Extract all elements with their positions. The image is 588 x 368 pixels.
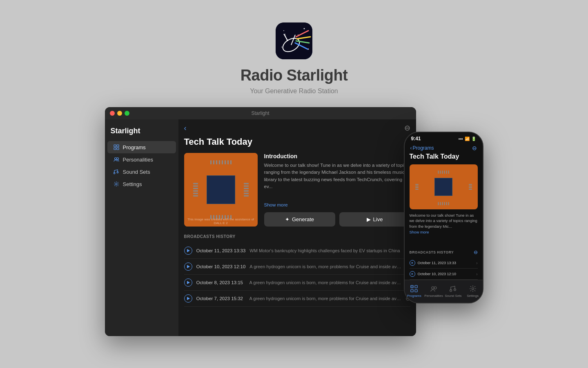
sound-sets-icon <box>113 168 120 175</box>
list-item[interactable]: October 11, 2023 13:33 › <box>410 258 478 269</box>
broadcast-desc-0: WM Motor's bankruptcy highlights challen… <box>249 248 401 253</box>
iphone-mockup: 9:41 ▪▪▪ 📶 🔋 ‹ Programs ⊖ Tech Talk Toda… <box>404 132 483 303</box>
iphone-tab-settings-label: Settings <box>467 294 479 298</box>
back-button[interactable]: ‹ <box>184 124 187 132</box>
broadcast-date-0: October 11, 2023 13:33 <box>196 248 246 253</box>
mac-minimize-button[interactable] <box>117 111 122 116</box>
svg-rect-12 <box>114 145 116 147</box>
play-icon-3[interactable] <box>184 294 192 303</box>
table-row[interactable]: October 8, 2023 13:15 A green hydrogen u… <box>184 275 410 291</box>
sidebar-sound-sets-label: Sound Sets <box>123 169 150 175</box>
app-icon <box>276 22 312 59</box>
play-icon-2[interactable] <box>184 278 192 287</box>
sidebar-item-personalities[interactable]: Personalities <box>107 153 176 166</box>
program-card: This image was created with the assistan… <box>184 153 410 227</box>
generate-button[interactable]: ✦ Generate <box>264 212 335 227</box>
play-icon-0[interactable] <box>184 247 192 255</box>
iphone-nav: ‹ Programs ⊖ <box>405 143 483 153</box>
iphone-play-icon-1[interactable] <box>410 271 415 277</box>
svg-point-26 <box>434 287 437 289</box>
sidebar-settings-label: Settings <box>123 181 142 187</box>
table-row[interactable]: October 7, 2023 15:32 A green hydrogen u… <box>184 291 410 307</box>
wifi-icon: 📶 <box>465 137 470 141</box>
broadcast-desc-1: A green hydrogen unicorn is born, more p… <box>249 264 401 269</box>
mac-main-header: ‹ ⊖ <box>178 119 416 137</box>
back-chevron-icon: ‹ <box>410 145 412 151</box>
more-options-button[interactable]: ⊖ <box>404 123 410 132</box>
intro-text: Welcome to our talk show! Tune in as we … <box>264 162 410 201</box>
svg-point-2 <box>304 28 305 29</box>
iphone-back-button[interactable]: ‹ Programs <box>410 145 434 151</box>
live-icon: ▶ <box>367 216 371 222</box>
battery-icon: 🔋 <box>471 137 476 141</box>
iphone-tab-sound-sets-label: Sound Sets <box>445 294 461 298</box>
iphone-tab-personalities-label: Personalities <box>424 294 443 298</box>
broadcasts-header: BROADCASTS HISTORY ⊖ <box>184 233 410 240</box>
sidebar-item-programs[interactable]: Programs <box>107 141 176 153</box>
generate-icon: ✦ <box>285 216 290 222</box>
iphone-sound-sets-icon <box>449 284 458 293</box>
iphone-program-title: Tech Talk Today <box>410 153 478 160</box>
iphone-status-bar: 9:41 ▪▪▪ 📶 🔋 <box>405 132 483 143</box>
iphone-broadcast-date-1: October 10, 2023 12:10 <box>418 272 457 276</box>
iphone-personalities-icon <box>429 284 438 293</box>
svg-point-17 <box>116 158 118 160</box>
svg-point-18 <box>114 173 115 174</box>
settings-icon <box>113 181 120 187</box>
table-row[interactable]: October 11, 2023 13:33 WM Motor's bankru… <box>184 243 410 259</box>
broadcast-desc-3: A green hydrogen unicorn is born, more p… <box>249 296 401 301</box>
svg-point-25 <box>432 287 434 289</box>
mac-maximize-button[interactable] <box>125 111 129 116</box>
iphone-play-icon-0[interactable] <box>410 260 415 266</box>
broadcast-date-2: October 8, 2023 13:15 <box>196 280 245 285</box>
broadcast-desc-2: A green hydrogen unicorn is born, more p… <box>249 280 401 285</box>
iphone-tab-personalities[interactable]: Personalities <box>424 284 443 298</box>
svg-point-29 <box>472 288 474 290</box>
live-button[interactable]: ▶ Live <box>339 212 410 227</box>
screenshots-container: Starlight Starlight Programs <box>105 107 483 336</box>
iphone-show-more[interactable]: Show more <box>410 230 478 234</box>
iphone-broadcasts-more[interactable]: ⊖ <box>474 249 478 255</box>
svg-rect-22 <box>411 289 413 292</box>
signal-icon: ▪▪▪ <box>459 137 463 141</box>
iphone-more-button[interactable]: ⊖ <box>472 145 477 151</box>
svg-rect-24 <box>415 289 417 292</box>
sidebar-app-name: Starlight <box>105 124 178 141</box>
svg-rect-21 <box>411 285 413 288</box>
program-title: Tech Talk Today <box>184 137 410 147</box>
table-row[interactable]: October 10, 2023 12:10 A green hydrogen … <box>184 259 410 275</box>
action-buttons: ✦ Generate ▶ Live <box>264 212 410 227</box>
play-icon-1[interactable] <box>184 263 192 271</box>
broadcast-date-1: October 10, 2023 12:10 <box>196 264 246 269</box>
iphone-tab-settings[interactable]: Settings <box>463 284 483 298</box>
broadcasts-list: October 11, 2023 13:33 WM Motor's bankru… <box>184 243 410 307</box>
iphone-broadcasts-section: BROADCASTS HISTORY ⊖ October 11, 2023 13… <box>405 247 483 280</box>
svg-rect-15 <box>117 148 119 150</box>
svg-point-16 <box>114 158 116 160</box>
mac-main-panel: ‹ ⊖ Tech Talk Today <box>178 119 416 336</box>
iphone-settings-icon <box>468 284 477 293</box>
mac-close-button[interactable] <box>110 111 115 116</box>
broadcast-date-3: October 7, 2023 15:32 <box>196 296 245 301</box>
sidebar-personalities-label: Personalities <box>123 157 153 163</box>
svg-point-20 <box>116 183 117 185</box>
sidebar-programs-label: Programs <box>123 144 146 150</box>
iphone-tab-programs[interactable]: Programs <box>405 284 424 298</box>
svg-point-19 <box>117 172 118 173</box>
show-more-link[interactable]: Show more <box>264 202 410 207</box>
image-credit: This image was created with the assistan… <box>184 218 258 225</box>
iphone-tab-sound-sets[interactable]: Sound Sets <box>443 284 463 298</box>
app-title: Radio Starlight <box>241 67 348 84</box>
list-item[interactable]: October 10, 2023 12:10 › <box>410 269 478 280</box>
sidebar-item-sound-sets[interactable]: Sound Sets <box>107 166 176 178</box>
sidebar-item-settings[interactable]: Settings <box>107 178 176 190</box>
program-image: This image was created with the assistan… <box>184 153 258 227</box>
program-info: Introduction Welcome to our talk show! T… <box>264 153 410 227</box>
iphone-broadcast-date-0: October 11, 2023 13:33 <box>418 261 457 265</box>
iphone-status-icons: ▪▪▪ 📶 🔋 <box>459 137 476 141</box>
mac-content: Starlight Programs <box>105 119 416 336</box>
iphone-broadcast-chevron-0: › <box>476 261 477 265</box>
iphone-broadcasts-header: BROADCASTS HISTORY ⊖ <box>410 249 478 255</box>
svg-rect-14 <box>117 145 119 147</box>
intro-heading: Introduction <box>264 153 410 159</box>
